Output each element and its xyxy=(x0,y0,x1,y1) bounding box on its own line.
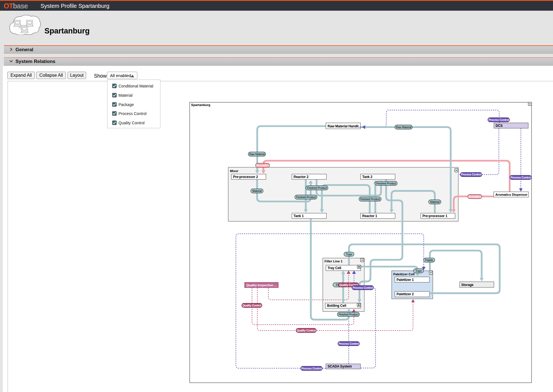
svg-text:Raw Material: Raw Material xyxy=(396,126,411,129)
svg-text:Material: Material xyxy=(430,200,439,204)
svg-text:Process Control: Process Control xyxy=(461,173,482,176)
svg-text:Process Control: Process Control xyxy=(511,176,531,179)
svg-text:Finished Product: Finished Product xyxy=(296,196,316,199)
svg-text:Aromatics Dispenser: Aromatics Dispenser xyxy=(495,193,528,197)
svg-text:Mixer: Mixer xyxy=(230,169,239,173)
svg-text:Quality Inspection ...: Quality Inspection ... xyxy=(246,283,277,287)
svg-text:Pre-processor 1: Pre-processor 1 xyxy=(422,214,447,218)
svg-text:Process Control: Process Control xyxy=(339,342,359,345)
svg-text:Raw Material: Raw Material xyxy=(249,153,265,156)
svg-text:Process Control: Process Control xyxy=(353,286,373,289)
svg-text:Quality Control: Quality Control xyxy=(242,304,261,307)
svg-text:Material: Material xyxy=(252,190,261,193)
svg-text:Spartanburg: Spartanburg xyxy=(191,103,210,107)
svg-text:Finished Product: Finished Product xyxy=(307,186,327,190)
svg-text:SCADA System: SCADA System xyxy=(328,364,352,368)
svg-text:Tank 1: Tank 1 xyxy=(294,214,304,218)
svg-text:Paletts: Paletts xyxy=(425,259,433,262)
svg-text:Aromatics: Aromatics xyxy=(256,164,269,167)
svg-text:Pre-processor 2: Pre-processor 2 xyxy=(233,175,258,179)
svg-text:Palettizer 1: Palettizer 1 xyxy=(397,278,414,282)
svg-text:Finished Product: Finished Product xyxy=(360,198,380,201)
svg-text:Reactor 2: Reactor 2 xyxy=(294,175,308,179)
svg-text:Trays: Trays xyxy=(415,269,422,272)
svg-text:Quality Control: Quality Control xyxy=(297,329,316,332)
svg-text:Finished Product: Finished Product xyxy=(376,182,396,185)
svg-text:Tank 2: Tank 2 xyxy=(362,175,372,179)
svg-text:Raw Material Handli...: Raw Material Handli... xyxy=(328,124,361,128)
svg-text:Bottling Cell: Bottling Cell xyxy=(327,304,346,308)
svg-text:DCS: DCS xyxy=(496,124,503,128)
svg-text:Storage: Storage xyxy=(461,283,474,287)
svg-text:Trays: Trays xyxy=(346,253,352,256)
svg-text:Reactor 1: Reactor 1 xyxy=(362,214,377,218)
svg-text:Filler Line 1: Filler Line 1 xyxy=(324,260,343,263)
svg-text:Palettizer 2: Palettizer 2 xyxy=(397,292,414,296)
svg-text:Aromatics: Aromatics xyxy=(468,195,482,198)
svg-text:Palettizer Cell: Palettizer Cell xyxy=(393,272,415,276)
svg-text:Process Control: Process Control xyxy=(489,118,509,121)
svg-text:Finished Product: Finished Product xyxy=(339,313,359,316)
svg-text:Tray Cell: Tray Cell xyxy=(328,266,341,270)
svg-text:Process Control: Process Control xyxy=(301,367,322,370)
